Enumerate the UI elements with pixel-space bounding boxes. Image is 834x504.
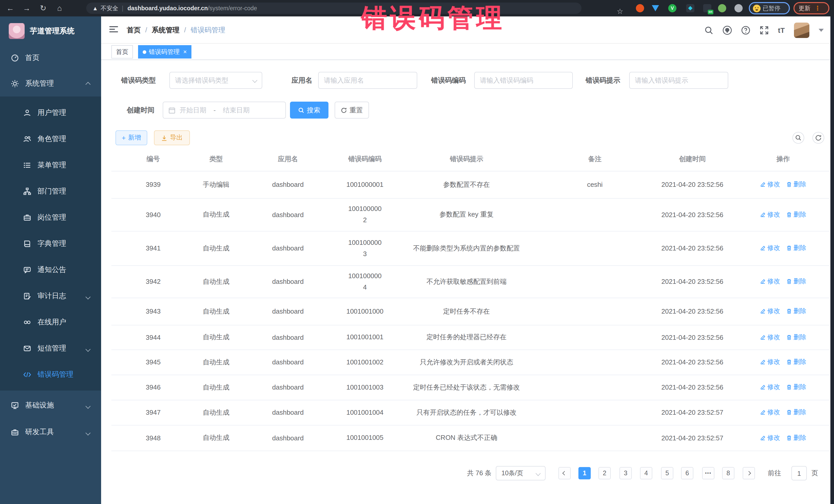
sidebar-item-system[interactable]: 系统管理 [0, 71, 101, 96]
sidebar-item-audit-log[interactable]: 审计日志 [0, 283, 101, 309]
error-code-field[interactable] [474, 72, 573, 89]
cell-app: dashboard [237, 350, 339, 375]
help-icon[interactable] [741, 25, 750, 35]
date-end-placeholder[interactable]: 结束日期 [223, 106, 250, 115]
extension-gem-icon[interactable] [651, 4, 660, 13]
edit-link[interactable]: 修改 [760, 244, 780, 253]
avatar-caret-icon[interactable] [819, 28, 824, 31]
search-button[interactable]: 搜索 [290, 102, 328, 118]
sidebar-item-dict[interactable]: 字典管理 [0, 231, 101, 257]
address-bar[interactable]: ▲不安全|dashboard.yudao.iocoder.cn/system/e… [86, 3, 581, 14]
edit-link[interactable]: 修改 [760, 180, 780, 189]
page-button-2[interactable]: 2 [598, 467, 611, 479]
delete-link[interactable]: 删除 [786, 408, 806, 417]
delete-link[interactable]: 删除 [786, 244, 806, 253]
tag-home[interactable]: 首页 [111, 45, 133, 59]
page-button-1[interactable]: 1 [578, 467, 591, 479]
delete-link[interactable]: 删除 [786, 358, 806, 367]
sidebar-item-users[interactable]: 用户管理 [0, 100, 101, 126]
sidebar-item-notice[interactable]: 通知公告 [0, 257, 101, 283]
extension-green-icon[interactable]: V [668, 4, 677, 13]
page-button-6[interactable]: 6 [681, 467, 694, 479]
refresh-table-button[interactable] [812, 132, 824, 144]
edit-link[interactable]: 修改 [760, 358, 780, 367]
date-start-placeholder[interactable]: 开始日期 [180, 106, 206, 115]
delete-link[interactable]: 删除 [786, 210, 806, 219]
delete-link[interactable]: 删除 [786, 333, 806, 342]
edit-link[interactable]: 修改 [760, 383, 780, 392]
sidebar-item-dev-tools[interactable]: 研发工具 [0, 419, 101, 445]
github-icon[interactable] [723, 25, 732, 35]
table-row: 3945自动生成dashboard1001001002只允许修改为开启或者关闭状… [111, 350, 829, 375]
browser-scrollbar[interactable] [830, 17, 834, 504]
extension-on-badge-icon[interactable]: on [703, 4, 712, 13]
sidebar-item-menus[interactable]: 菜单管理 [0, 152, 101, 178]
error-type-input[interactable] [175, 76, 253, 84]
browser-home-icon[interactable]: ⌂ [53, 0, 66, 17]
edit-link[interactable]: 修改 [760, 307, 780, 316]
sidebar-item-label: 短信管理 [38, 344, 66, 353]
cell-actions: 修改删除 [737, 400, 829, 425]
toggle-search-button[interactable] [792, 132, 804, 144]
page-button-5[interactable]: 5 [661, 467, 673, 479]
reset-button[interactable]: 重置 [335, 102, 369, 118]
browser-menu-icon[interactable]: ⋮ [814, 6, 821, 11]
browser-update-button[interactable]: 更新 ⋮ [793, 2, 829, 14]
delete-link[interactable]: 删除 [786, 277, 806, 286]
profile-paused-label: 已暂停 [763, 3, 781, 13]
extension-grid-icon[interactable] [686, 4, 695, 13]
sidebar-item-departments[interactable]: 部门管理 [0, 178, 101, 204]
sidebar-item-sms[interactable]: 短信管理 [0, 335, 101, 361]
browser-forward-icon[interactable]: → [21, 0, 33, 17]
page-button-4[interactable]: 4 [640, 467, 652, 479]
user-avatar[interactable] [794, 22, 809, 38]
extension-key-icon[interactable] [718, 4, 727, 13]
edit-link[interactable]: 修改 [760, 434, 780, 442]
export-button[interactable]: 导出 [154, 130, 190, 145]
prev-page-button[interactable] [558, 467, 571, 479]
goto-page-input[interactable] [791, 466, 807, 480]
delete-link[interactable]: 删除 [786, 307, 806, 316]
error-msg-field[interactable] [629, 72, 728, 89]
edit-link[interactable]: 修改 [760, 210, 780, 219]
search-icon[interactable] [704, 25, 714, 35]
edit-link[interactable]: 修改 [760, 333, 780, 342]
sidebar-item-online-users[interactable]: 在线用户 [0, 309, 101, 335]
more-pages-button[interactable]: ••• [702, 467, 715, 479]
sidebar-item-infrastructure[interactable]: 基础设施 [0, 393, 101, 418]
sidebar-toggle-icon[interactable] [109, 26, 118, 34]
delete-link[interactable]: 删除 [786, 180, 806, 189]
page-button-3[interactable]: 3 [619, 467, 632, 479]
breadcrumb-system[interactable]: 系统管理 [152, 25, 180, 35]
next-page-button[interactable] [743, 467, 755, 479]
close-icon[interactable]: × [183, 49, 187, 55]
edit-link[interactable]: 修改 [760, 277, 780, 286]
delete-link[interactable]: 删除 [786, 434, 806, 442]
date-range-picker[interactable]: 开始日期 - 结束日期 [163, 102, 286, 118]
extensions-puzzle-icon[interactable] [734, 4, 743, 13]
add-button[interactable]: + 新增 [115, 130, 147, 145]
profile-paused-badge[interactable]: 已暂停 [749, 2, 790, 14]
extension-orange-icon[interactable] [635, 4, 644, 13]
sidebar-item-roles[interactable]: 角色管理 [0, 126, 101, 152]
chevron-right-icon [747, 471, 751, 476]
app-name-input[interactable] [324, 76, 412, 84]
browser-back-icon[interactable]: ← [4, 0, 17, 17]
delete-link[interactable]: 删除 [786, 383, 806, 392]
page-size-select[interactable]: 10条/页 [496, 466, 546, 480]
browser-reload-icon[interactable]: ↻ [37, 0, 49, 17]
sidebar-item-error-code[interactable]: 错误码管理 [0, 361, 101, 388]
font-size-icon[interactable]: tT [778, 26, 785, 34]
app-name-field[interactable] [318, 72, 417, 89]
sidebar-item-home[interactable]: 首页 [0, 45, 101, 71]
edit-link[interactable]: 修改 [760, 408, 780, 417]
tag-error-code[interactable]: 错误码管理 × [138, 45, 192, 59]
error-code-input[interactable] [480, 76, 567, 84]
sidebar-item-posts[interactable]: 岗位管理 [0, 204, 101, 231]
delete-icon [786, 279, 792, 284]
error-msg-input[interactable] [635, 76, 723, 84]
error-type-select[interactable] [169, 72, 262, 89]
fullscreen-icon[interactable] [760, 25, 769, 35]
page-button-8[interactable]: 8 [722, 467, 734, 479]
breadcrumb-home[interactable]: 首页 [127, 25, 140, 35]
